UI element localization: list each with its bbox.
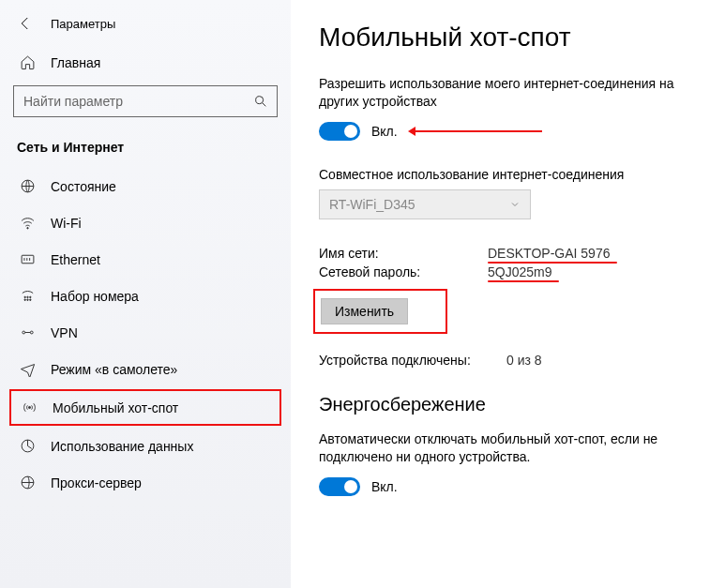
sidebar-item-label: Мобильный хот-спот (53, 400, 178, 415)
sidebar-item-ethernet[interactable]: Ethernet (0, 241, 291, 278)
svg-point-12 (28, 406, 30, 408)
sidebar: Параметры Главная Сеть и Интернет Состоя… (0, 0, 291, 588)
share-toggle-label: Вкл. (371, 124, 398, 139)
devices-value: 0 из 8 (506, 353, 542, 368)
share-description: Разрешить использование моего интернет-с… (319, 75, 706, 111)
sidebar-item-label: Состояние (51, 179, 116, 194)
vpn-icon (19, 324, 36, 340)
search-box (13, 85, 278, 117)
net-pass-label: Сетевой пароль: (319, 264, 488, 279)
power-toggle-label: Вкл. (371, 479, 398, 494)
sidebar-group-title: Сеть и Интернет (0, 134, 291, 168)
sidebar-item-status[interactable]: Состояние (0, 168, 291, 204)
dialup-icon (19, 288, 36, 304)
share-conn-value: RT-WiFi_D345 (329, 197, 415, 212)
net-name-value: DESKTOP-GAI 5976 (488, 246, 610, 261)
net-name-row: Имя сети: DESKTOP-GAI 5976 (319, 246, 706, 261)
sidebar-item-label: Режим «в самолете» (51, 362, 177, 377)
power-section-title: Энергосбережение (319, 394, 706, 415)
share-conn-dropdown[interactable]: RT-WiFi_D345 (319, 189, 531, 219)
home-icon (19, 54, 36, 70)
svg-point-11 (30, 331, 33, 334)
datausage-icon (19, 438, 36, 454)
net-pass-row: Сетевой пароль: 5QJ025m9 (319, 264, 706, 279)
power-toggle-row: Вкл. (319, 477, 706, 496)
ethernet-icon (19, 251, 36, 267)
net-pass-value: 5QJ025m9 (488, 264, 551, 279)
page-title: Мобильный хот-спот (319, 23, 706, 53)
svg-point-6 (29, 296, 30, 297)
svg-point-7 (23, 299, 24, 300)
airplane-icon (19, 361, 36, 377)
sidebar-item-label: Wi-Fi (51, 216, 82, 231)
header-row: Параметры (0, 11, 291, 45)
net-name-label: Имя сети: (319, 246, 488, 261)
app-title: Параметры (51, 17, 115, 31)
sidebar-item-label: Прокси-сервер (51, 475, 142, 490)
sidebar-item-vpn[interactable]: VPN (0, 314, 291, 351)
sidebar-item-proxy[interactable]: Прокси-сервер (0, 464, 291, 501)
sidebar-item-label: Использование данных (51, 439, 193, 454)
proxy-icon (19, 475, 36, 490)
svg-point-2 (26, 227, 27, 228)
search-input[interactable] (13, 85, 278, 117)
annotation-arrow (411, 130, 542, 132)
power-description: Автоматически отключать мобильный хот-сп… (319, 430, 706, 466)
chevron-down-icon (509, 199, 521, 210)
share-conn-label: Совместное использование интернет-соедин… (319, 167, 706, 182)
svg-point-4 (23, 296, 24, 297)
wifi-icon (19, 215, 36, 231)
edit-button[interactable]: Изменить (321, 298, 408, 324)
devices-row: Устройства подключены: 0 из 8 (319, 353, 706, 368)
sidebar-item-label: Ethernet (51, 252, 100, 267)
sidebar-item-wifi[interactable]: Wi-Fi (0, 204, 291, 241)
sidebar-item-airplane[interactable]: Режим «в самолете» (0, 351, 291, 387)
sidebar-item-datausage[interactable]: Использование данных (0, 428, 291, 464)
back-button[interactable] (17, 15, 34, 32)
svg-rect-3 (22, 255, 34, 264)
svg-point-10 (22, 331, 24, 334)
sidebar-home-label: Главная (51, 55, 100, 70)
sidebar-item-hotspot[interactable]: Мобильный хот-спот (9, 389, 281, 426)
svg-point-8 (26, 299, 27, 300)
search-icon (253, 94, 268, 109)
share-toggle-row: Вкл. (319, 122, 706, 141)
sidebar-home[interactable]: Главная (0, 45, 291, 80)
main-content: Мобильный хот-спот Разрешить использован… (291, 0, 725, 588)
svg-point-0 (256, 97, 264, 104)
status-icon (19, 178, 36, 194)
sidebar-nav: Состояние Wi-Fi Ethernet Набор номера VP… (0, 168, 291, 501)
sidebar-item-dialup[interactable]: Набор номера (0, 278, 291, 314)
devices-label: Устройства подключены: (319, 353, 506, 368)
sidebar-item-label: Набор номера (51, 289, 139, 304)
edit-button-highlight: Изменить (313, 289, 447, 334)
sidebar-item-label: VPN (51, 325, 78, 340)
hotspot-icon (21, 400, 38, 415)
svg-point-5 (26, 296, 27, 297)
power-toggle[interactable] (319, 477, 360, 496)
svg-point-9 (29, 299, 30, 300)
share-toggle[interactable] (319, 122, 360, 141)
